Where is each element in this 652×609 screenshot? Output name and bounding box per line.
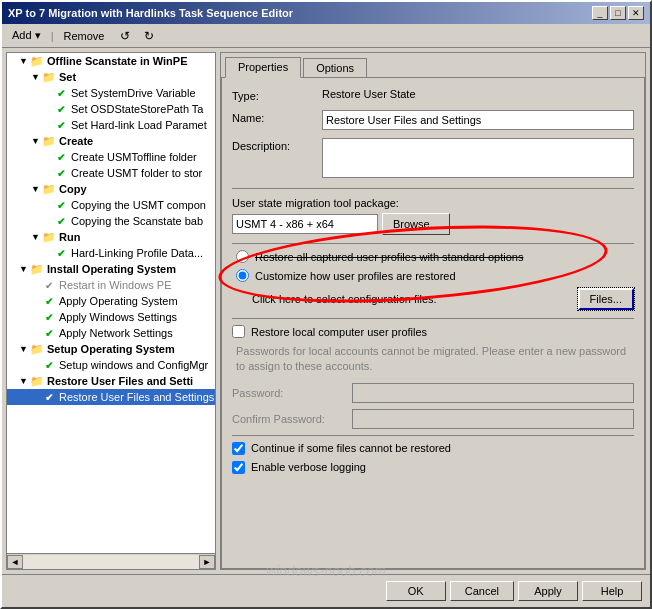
title-bar: XP to 7 Migration with Hardlinks Task Se… — [2, 2, 650, 24]
tree-item-create-usmt2[interactable]: ✔ Create USMT folder to stor — [7, 165, 215, 181]
tree-item-create[interactable]: ▼ 📁 Create — [7, 133, 215, 149]
check-icon: ✔ — [54, 198, 68, 212]
package-input[interactable] — [232, 214, 378, 234]
bottom-bar: OK Cancel Apply Help — [2, 574, 650, 607]
cancel-button[interactable]: Cancel — [450, 581, 514, 601]
confirm-password-input — [352, 409, 634, 429]
tree-label: Set Hard-link Load Paramet — [71, 119, 207, 131]
tree-item-set-osdstate[interactable]: ✔ Set OSDStateStorePath Ta — [7, 101, 215, 117]
info-text: Passwords for local accounts cannot be m… — [232, 344, 634, 375]
confirm-password-row: Confirm Password: — [232, 409, 634, 429]
description-input[interactable] — [322, 138, 634, 178]
tree-item-restore-files-item[interactable]: ✔ Restore User Files and Settings — [7, 389, 215, 405]
toolbar-icon-2[interactable]: ↻ — [138, 26, 160, 46]
menu-remove[interactable]: Remove — [58, 28, 111, 44]
files-button[interactable]: Files... — [578, 288, 634, 310]
expand-icon: ▼ — [31, 72, 41, 82]
expand-icon: ▼ — [31, 184, 41, 194]
tree-label: Restore User Files and Setti — [47, 375, 193, 387]
config-files-label: Click here to select configuration files… — [252, 293, 578, 305]
help-button[interactable]: Help — [582, 581, 642, 601]
tree-item-apply-network[interactable]: ✔ Apply Network Settings — [7, 325, 215, 341]
radio1-row: Restore all captured user profiles with … — [232, 250, 634, 263]
minimize-button[interactable]: _ — [592, 6, 608, 20]
scroll-left-btn[interactable]: ◄ — [7, 555, 23, 569]
tree-item-set-systemdrive[interactable]: ✔ Set SystemDrive Variable — [7, 85, 215, 101]
tree-label: Apply Operating System — [59, 295, 178, 307]
tree-item-copy-usmt[interactable]: ✔ Copying the USMT compon — [7, 197, 215, 213]
package-label: User state migration tool package: — [232, 195, 399, 209]
description-row: Description: — [232, 138, 634, 180]
check-icon: ✔ — [54, 118, 68, 132]
folder-icon: 📁 — [30, 342, 44, 356]
radio1-input[interactable] — [236, 250, 249, 263]
tree-item-setup-config[interactable]: ✔ Setup windows and ConfigMgr — [7, 357, 215, 373]
tree-item-set[interactable]: ▼ 📁 Set — [7, 69, 215, 85]
restore-local-label: Restore local computer user profiles — [251, 326, 427, 338]
tree-label: Apply Windows Settings — [59, 311, 177, 323]
check-icon: ✔ — [54, 214, 68, 228]
browse-button[interactable]: Browse... — [382, 213, 450, 235]
content-area: ▼ 📁 Offline Scanstate in WinPE ▼ 📁 Set ✔… — [2, 48, 650, 574]
tree-item-run-hardlink[interactable]: ✔ Hard-Linking Profile Data... — [7, 245, 215, 261]
name-row: Name: — [232, 110, 634, 130]
tree-label: Hard-Linking Profile Data... — [71, 247, 203, 259]
check-icon: ✔ — [54, 166, 68, 180]
radio2-input[interactable] — [236, 269, 249, 282]
tree-item-offline-scanstate[interactable]: ▼ 📁 Offline Scanstate in WinPE — [7, 53, 215, 69]
tree-label: Copy — [59, 183, 87, 195]
folder-icon: 📁 — [30, 262, 44, 276]
divider-3 — [232, 318, 634, 319]
verbose-checkbox[interactable] — [232, 461, 245, 474]
ok-button[interactable]: OK — [386, 581, 446, 601]
check-icon: ✔ — [42, 390, 56, 404]
properties-panel: Properties Options Type: Restore User St… — [220, 52, 646, 570]
tree-item-install-os[interactable]: ▼ 📁 Install Operating System — [7, 261, 215, 277]
radio1-label: Restore all captured user profiles with … — [255, 251, 523, 263]
divider-2 — [232, 243, 634, 244]
continue-checkbox[interactable] — [232, 442, 245, 455]
tree-label: Set SystemDrive Variable — [71, 87, 196, 99]
tree-label: Install Operating System — [47, 263, 176, 275]
name-input[interactable] — [322, 110, 634, 130]
tree-label: Setup windows and ConfigMgr — [59, 359, 208, 371]
restore-local-checkbox[interactable] — [232, 325, 245, 338]
radio2-row: Customize how user profiles are restored — [232, 269, 634, 282]
type-row: Type: Restore User State — [232, 88, 634, 102]
tree-item-copy-scanstate[interactable]: ✔ Copying the Scanstate bab — [7, 213, 215, 229]
tree-item-run[interactable]: ▼ 📁 Run — [7, 229, 215, 245]
check-icon: ✔ — [54, 102, 68, 116]
folder-icon: 📁 — [42, 182, 56, 196]
verbose-label: Enable verbose logging — [251, 461, 366, 473]
tree-item-set-hardlink[interactable]: ✔ Set Hard-link Load Paramet — [7, 117, 215, 133]
tree-item-copy[interactable]: ▼ 📁 Copy — [7, 181, 215, 197]
apply-button[interactable]: Apply — [518, 581, 578, 601]
tab-options[interactable]: Options — [303, 58, 367, 77]
tree-item-setup-os[interactable]: ▼ 📁 Setup Operating System — [7, 341, 215, 357]
tree-label: Copying the USMT compon — [71, 199, 206, 211]
toolbar-icon-1[interactable]: ↺ — [114, 26, 136, 46]
menu-add[interactable]: Add ▾ — [6, 27, 47, 44]
expand-icon: ▼ — [19, 344, 29, 354]
tree-item-create-usmt[interactable]: ✔ Create USMToffline folder — [7, 149, 215, 165]
title-bar-buttons: _ □ ✕ — [592, 6, 644, 20]
tree-item-apply-os[interactable]: ✔ Apply Operating System — [7, 293, 215, 309]
tree-item-apply-windows[interactable]: ✔ Apply Windows Settings — [7, 309, 215, 325]
tree-list[interactable]: ▼ 📁 Offline Scanstate in WinPE ▼ 📁 Set ✔… — [7, 53, 215, 553]
restore-local-row: Restore local computer user profiles — [232, 325, 634, 338]
maximize-button[interactable]: □ — [610, 6, 626, 20]
tree-label: Set OSDStateStorePath Ta — [71, 103, 203, 115]
tree-item-restore-files[interactable]: ▼ 📁 Restore User Files and Setti — [7, 373, 215, 389]
tree-item-restart[interactable]: ✔ Restart in Windows PE — [7, 277, 215, 293]
tree-label: Create USMToffline folder — [71, 151, 197, 163]
tree-label: Copying the Scanstate bab — [71, 215, 203, 227]
scroll-track[interactable] — [23, 555, 199, 569]
tab-properties[interactable]: Properties — [225, 57, 301, 78]
close-button[interactable]: ✕ — [628, 6, 644, 20]
scroll-right-btn[interactable]: ► — [199, 555, 215, 569]
tree-label: Setup Operating System — [47, 343, 175, 355]
horizontal-scrollbar[interactable]: ◄ ► — [7, 553, 215, 569]
expand-icon: ▼ — [31, 136, 41, 146]
tree-label: Restart in Windows PE — [59, 279, 171, 291]
description-field — [322, 138, 634, 180]
